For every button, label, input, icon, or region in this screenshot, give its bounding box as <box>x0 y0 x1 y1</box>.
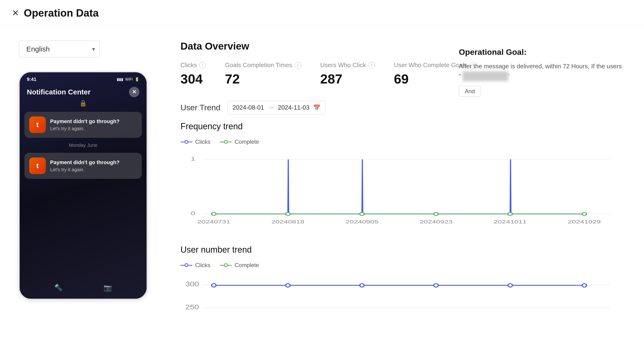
svg-point-30 <box>508 284 512 287</box>
trend-label: User Trend <box>180 103 220 112</box>
svg-text:0: 0 <box>191 210 195 216</box>
un-legend-clicks-label: Clicks <box>195 262 210 269</box>
frequency-trend-legend: Clicks Complete <box>180 139 625 145</box>
users-click-value: 287 <box>320 71 375 87</box>
frequency-trend-svg: 1 0 20240731 20240818 20240905 20240923 … <box>180 150 625 231</box>
phone-close-button[interactable]: ✕ <box>129 87 140 97</box>
phone-time: 9:41 <box>27 77 36 82</box>
svg-point-17 <box>286 212 290 215</box>
svg-text:20241011: 20241011 <box>494 219 527 225</box>
op-goal-title: Operational Goal: <box>459 47 625 57</box>
user-number-trend-section: User number trend Clicks Complete <box>180 245 625 352</box>
svg-text:1: 1 <box>191 156 195 162</box>
wifi-icon: WiFi <box>125 77 133 82</box>
notification-text-2: Payment didn't go through? Let's try it … <box>50 159 137 173</box>
phone-screen: 9:41 ▮▮▮ WiFi 🔋 Notification Center ✕ 🔒 … <box>20 72 146 299</box>
metric-users-click-label: Users Who Click i <box>320 61 375 69</box>
notification-title-1: Payment didn't go through? <box>50 118 137 125</box>
notification-center-title: Notification Center <box>27 88 90 96</box>
notification-title-2: Payment didn't go through? <box>50 159 137 166</box>
svg-point-16 <box>212 212 216 215</box>
legend-clicks-label: Clicks <box>195 139 210 145</box>
frequency-trend-section: Frequency trend Clicks Complete <box>180 121 625 231</box>
un-legend-complete: Complete <box>220 262 259 269</box>
svg-point-18 <box>360 212 364 215</box>
notification-body-2: Let's try it again. <box>50 167 137 173</box>
app-icon-2: t <box>29 158 46 174</box>
calendar-icon: 📅 <box>313 104 320 111</box>
phone-date-divider: Monday June <box>20 140 146 150</box>
date-range-picker[interactable]: 2024-08-01 → 2024-11-03 📅 <box>228 101 325 114</box>
legend-clicks: Clicks <box>180 139 210 145</box>
phone-status-bar: 9:41 ▮▮▮ WiFi 🔋 <box>20 72 146 82</box>
svg-point-20 <box>508 212 512 215</box>
blurred-content-1: ██████ ████ <box>462 71 508 81</box>
svg-text:20240731: 20240731 <box>197 219 230 225</box>
user-number-trend-chart: 300 250 <box>180 273 625 352</box>
svg-point-26 <box>212 284 216 287</box>
lock-icon: 🔒 <box>20 100 146 107</box>
metric-clicks-label: Clicks i <box>180 61 206 69</box>
camera-icon: 📷 <box>104 284 112 292</box>
svg-text:20240818: 20240818 <box>272 219 304 225</box>
svg-text:20240923: 20240923 <box>420 219 452 225</box>
and-badge: And <box>459 86 625 97</box>
notification-card-1: t Payment didn't go through? Let's try i… <box>24 112 142 138</box>
clicks-info-icon[interactable]: i <box>199 62 206 69</box>
metric-goals-label: Goals Completion Times i <box>225 61 301 69</box>
legend-complete-label: Complete <box>234 139 259 145</box>
main-content: English Chinese ▾ 9:41 ▮▮▮ WiFi 🔋 Notifi… <box>0 26 644 352</box>
frequency-trend-chart: 1 0 20240731 20240818 20240905 20240923 … <box>180 150 625 231</box>
signal-icon: ▮▮▮ <box>117 77 123 82</box>
date-arrow-icon: → <box>268 104 274 111</box>
right-panel: Data Overview Clicks i 304 Goals Complet… <box>162 26 644 352</box>
user-number-trend-legend: Clicks Complete <box>180 262 625 269</box>
header: ✕ Operation Data <box>0 0 644 26</box>
un-legend-clicks: Clicks <box>180 262 210 269</box>
language-select[interactable]: English Chinese <box>19 40 100 57</box>
metric-clicks: Clicks i 304 <box>180 61 206 87</box>
battery-icon: 🔋 <box>135 77 140 82</box>
svg-point-27 <box>286 284 290 287</box>
op-goal-text: After the message is delivered, within 7… <box>459 61 625 81</box>
notification-text-1: Payment didn't go through? Let's try it … <box>50 118 137 131</box>
metric-goals: Goals Completion Times i 72 <box>225 61 301 87</box>
svg-text:300: 300 <box>186 280 199 288</box>
date-start: 2024-08-01 <box>232 104 264 111</box>
svg-text:250: 250 <box>186 303 199 311</box>
goals-info-icon[interactable]: i <box>295 62 301 69</box>
operational-goal: Operational Goal: After the message is d… <box>459 47 625 97</box>
svg-point-28 <box>360 284 364 287</box>
clicks-value: 304 <box>180 71 206 87</box>
svg-point-21 <box>582 212 586 215</box>
notification-body-1: Let's try it again. <box>50 126 137 131</box>
phone-bottom-bar: 🔦 📷 <box>20 279 146 299</box>
svg-text:20240905: 20240905 <box>346 219 378 225</box>
users-click-info-icon[interactable]: i <box>368 62 375 69</box>
left-panel: English Chinese ▾ 9:41 ▮▮▮ WiFi 🔋 Notifi… <box>0 26 162 352</box>
user-number-trend-svg: 300 250 <box>180 273 625 352</box>
un-legend-complete-label: Complete <box>234 262 259 269</box>
legend-complete: Complete <box>220 139 259 145</box>
language-select-wrapper: English Chinese ▾ <box>19 40 100 57</box>
goals-value: 72 <box>225 71 301 87</box>
user-number-trend-title: User number trend <box>180 245 625 255</box>
phone-mockup: 9:41 ▮▮▮ WiFi 🔋 Notification Center ✕ 🔒 … <box>19 72 147 299</box>
date-end: 2024-11-03 <box>278 104 310 111</box>
notification-center-header: Notification Center ✕ <box>20 82 146 100</box>
trend-header: User Trend 2024-08-01 → 2024-11-03 📅 <box>180 101 625 114</box>
metric-users-click: Users Who Click i 287 <box>320 61 375 87</box>
page-title: Operation Data <box>24 7 98 19</box>
close-icon[interactable]: ✕ <box>12 9 19 17</box>
flashlight-icon: 🔦 <box>54 284 63 292</box>
svg-point-29 <box>434 284 438 287</box>
svg-text:20241029: 20241029 <box>568 219 601 225</box>
notification-card-2: t Payment didn't go through? Let's try i… <box>24 153 142 179</box>
frequency-trend-title: Frequency trend <box>180 121 625 131</box>
svg-point-31 <box>582 284 586 287</box>
phone-icons: ▮▮▮ WiFi 🔋 <box>117 77 140 82</box>
svg-point-19 <box>434 212 438 215</box>
app-icon-1: t <box>29 117 46 133</box>
